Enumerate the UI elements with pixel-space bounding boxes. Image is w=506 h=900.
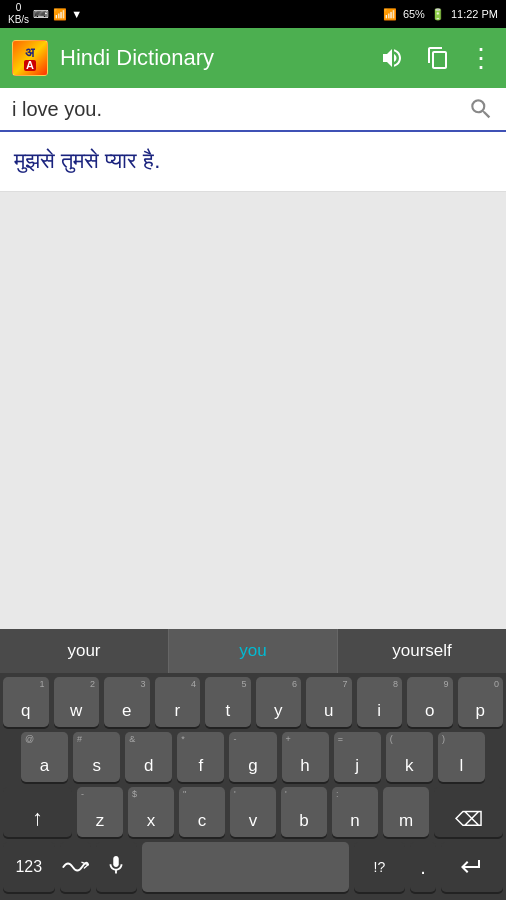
space-key[interactable] [142,842,349,892]
key-j[interactable]: =j [334,732,381,782]
key-o[interactable]: 9o [407,677,453,727]
content-area [0,192,506,629]
key-p[interactable]: 0p [458,677,504,727]
key-i[interactable]: 8i [357,677,403,727]
suggestion-yourself[interactable]: yourself [338,629,506,673]
key-y[interactable]: 6y [256,677,302,727]
key-row-2: @a #s &d *f -g +h =j (k )l [3,732,503,782]
copy-button[interactable] [426,46,448,70]
suggestions-row: your you yourself [0,629,506,673]
key-f[interactable]: *f [177,732,224,782]
battery-level: 65% [403,8,425,20]
clock: 11:22 PM [451,8,498,20]
bottom-row: 123 !? . [0,842,506,896]
key-s[interactable]: #s [73,732,120,782]
key-row-1: 1q 2w 3e 4r 5t 6y 7u 8i 9o 0p [3,677,503,727]
translation-box: मुझसे तुमसे प्यार है. [0,132,506,192]
key-x[interactable]: $x [128,787,174,837]
signal-strength: 📶 [383,8,397,21]
wifi-icon: 📶 [53,8,67,21]
more-options-button[interactable]: ⋮ [468,43,494,74]
signal-icon: ▼ [71,8,82,20]
key-m[interactable]: m [383,787,429,837]
key-b[interactable]: 'b [281,787,327,837]
mic-key[interactable] [96,842,137,892]
status-right: 📶 65% 🔋 11:22 PM [383,8,498,21]
backspace-key[interactable]: ⌫ [434,787,503,837]
suggestion-your[interactable]: your [0,629,169,673]
key-q[interactable]: 1q [3,677,49,727]
key-t[interactable]: 5t [205,677,251,727]
key-c[interactable]: "c [179,787,225,837]
keyboard: your you yourself 1q 2w 3e 4r 5t 6y 7u 8… [0,629,506,900]
app-bar-actions: ⋮ [380,43,494,74]
keyboard-icon: ⌨ [33,8,49,21]
speaker-button[interactable] [380,46,406,70]
key-z[interactable]: -z [77,787,123,837]
enter-key[interactable] [441,842,503,892]
search-button[interactable] [468,96,494,122]
search-container [0,88,506,132]
key-d[interactable]: &d [125,732,172,782]
shift-key[interactable]: ↑ [3,787,72,837]
network-speed: 0KB/s [8,2,29,26]
period-key[interactable]: . [410,842,436,892]
app-icon: अ A [12,40,48,76]
key-r[interactable]: 4r [155,677,201,727]
punctuation-key[interactable]: !? [354,842,406,892]
app-title: Hindi Dictionary [60,45,368,71]
key-g[interactable]: -g [229,732,276,782]
key-w[interactable]: 2w [54,677,100,727]
numeric-key[interactable]: 123 [3,842,55,892]
key-v[interactable]: 'v [230,787,276,837]
app-bar: अ A Hindi Dictionary ⋮ [0,28,506,88]
key-a[interactable]: @a [21,732,68,782]
key-h[interactable]: +h [282,732,329,782]
search-input[interactable] [12,98,468,121]
comma-key[interactable] [60,842,91,892]
key-k[interactable]: (k [386,732,433,782]
battery-icon: 🔋 [431,8,445,21]
key-row-3: ↑ -z $x "c 'v 'b :n m ⌫ [3,787,503,837]
app-icon-inner: अ A [24,46,36,71]
key-l[interactable]: )l [438,732,485,782]
status-left: 0KB/s ⌨ 📶 ▼ [8,2,82,26]
keyboard-rows: 1q 2w 3e 4r 5t 6y 7u 8i 9o 0p @a #s &d *… [0,673,506,837]
key-u[interactable]: 7u [306,677,352,727]
key-n[interactable]: :n [332,787,378,837]
suggestion-you[interactable]: you [169,629,338,673]
status-bar: 0KB/s ⌨ 📶 ▼ 📶 65% 🔋 11:22 PM [0,0,506,28]
key-e[interactable]: 3e [104,677,150,727]
translation-text: मुझसे तुमसे प्यार है. [14,146,492,177]
